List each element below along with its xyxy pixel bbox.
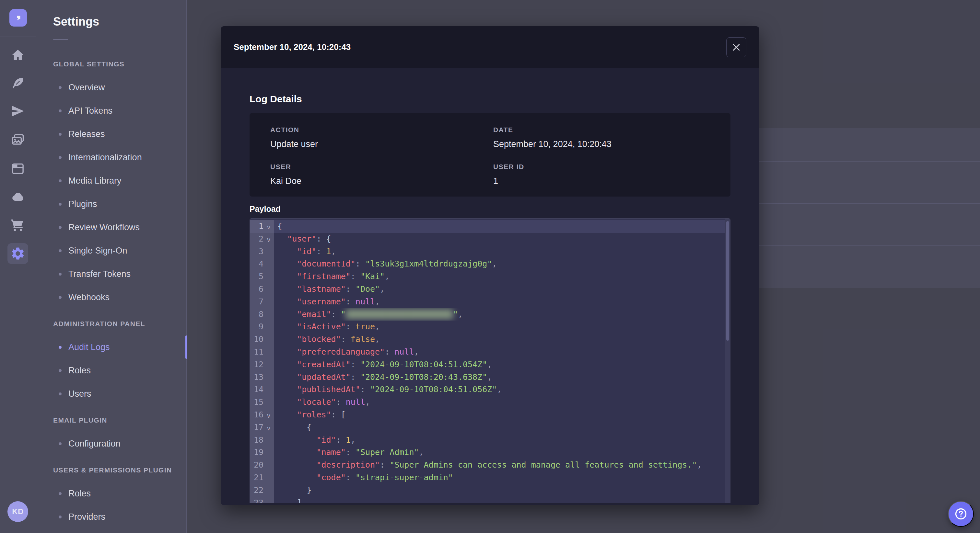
fold-spacer (264, 296, 274, 308)
fold-chevron-icon[interactable]: v (264, 409, 274, 421)
code-text: "code": "strapi-super-admin" (274, 471, 730, 484)
code-text: { (274, 421, 730, 434)
detail-cell-user-id: USER ID1 (493, 163, 710, 186)
modal-body: Log Details ACTIONUpdate userDATESeptemb… (221, 94, 759, 503)
close-button[interactable] (726, 37, 746, 57)
code-line: 16v "roles": [ (250, 409, 730, 421)
redacted-email-value: ██████████████████████ (346, 309, 453, 319)
code-text: "name": "Super Admin", (274, 446, 730, 459)
code-line: 21 "code": "strapi-super-admin" (250, 471, 730, 484)
code-text: "blocked": false, (274, 333, 730, 346)
code-line: 15 "locale": null, (250, 396, 730, 409)
code-text: "isActive": true, (274, 320, 730, 333)
line-number: 22 (250, 484, 264, 497)
code-text: "publishedAt": "2024-09-10T08:04:51.056Z… (274, 383, 730, 396)
code-line: 20 "description": "Super Admins can acce… (250, 459, 730, 471)
payload-code-viewer[interactable]: 1v{2v "user": {3 "id": 1,4 "documentId":… (250, 218, 730, 503)
code-line: 23 ] (250, 497, 730, 503)
code-line: 1v{ (250, 220, 730, 233)
line-number: 4 (250, 258, 264, 270)
code-line: 13 "updatedAt": "2024-09-10T08:20:43.638… (250, 371, 730, 384)
code-line: 18 "id": 1, (250, 434, 730, 447)
gutter-cell: 4 (250, 258, 274, 270)
code-line: 22 } (250, 484, 730, 497)
gutter-cell: 12 (250, 359, 274, 371)
fold-spacer (264, 396, 274, 409)
code-text: "documentId": "ls3uk3g1xm4ltdrdugzajg0g"… (274, 258, 730, 270)
code-text: "lastname": "Doe", (274, 283, 730, 296)
line-number: 12 (250, 359, 264, 371)
code-line: 12 "createdAt": "2024-09-10T08:04:51.054… (250, 359, 730, 371)
gutter-cell: 15 (250, 396, 274, 409)
line-number: 5 (250, 270, 264, 283)
code-scrollbar-thumb[interactable] (726, 221, 729, 341)
line-number: 1 (250, 220, 264, 233)
line-number: 9 (250, 320, 264, 333)
detail-label: ACTION (270, 126, 487, 134)
gutter-cell: 22 (250, 484, 274, 497)
line-number: 20 (250, 459, 264, 471)
code-text: "username": null, (274, 296, 730, 308)
gutter-cell: 8 (250, 308, 274, 321)
fold-spacer (264, 459, 274, 471)
code-line: 4 "documentId": "ls3uk3g1xm4ltdrdugzajg0… (250, 258, 730, 270)
code-text: ] (274, 497, 730, 503)
line-number: 14 (250, 383, 264, 396)
code-line: 11 "preferedLanguage": null, (250, 346, 730, 359)
gutter-cell: 13 (250, 371, 274, 384)
code-text: "firstname": "Kai", (274, 270, 730, 283)
line-number: 19 (250, 446, 264, 459)
question-mark-icon (954, 507, 968, 521)
log-details-title: Log Details (250, 94, 730, 105)
code-text: "user": { (274, 233, 730, 246)
gutter-cell: 5 (250, 270, 274, 283)
gutter-cell: 11 (250, 346, 274, 359)
fold-chevron-icon[interactable]: v (264, 233, 274, 246)
fold-spacer (264, 446, 274, 459)
fold-spacer (264, 497, 274, 503)
modal-header: September 10, 2024, 10:20:43 (221, 26, 759, 68)
fold-spacer (264, 246, 274, 258)
detail-label: USER ID (493, 163, 710, 171)
detail-value: 1 (493, 176, 710, 186)
code-line: 2v "user": { (250, 233, 730, 246)
line-number: 8 (250, 308, 264, 321)
detail-label: DATE (493, 126, 710, 134)
gutter-cell: 16v (250, 409, 274, 421)
line-number: 10 (250, 333, 264, 346)
code-text: "id": 1, (274, 246, 730, 258)
detail-value: Update user (270, 139, 487, 149)
gutter-cell: 2v (250, 233, 274, 246)
line-number: 21 (250, 471, 264, 484)
code-line: 10 "blocked": false, (250, 333, 730, 346)
code-text: "id": 1, (274, 434, 730, 447)
code-text: "locale": null, (274, 396, 730, 409)
code-scrollbar[interactable] (725, 219, 730, 503)
code-text: "email": "██████████████████████", (274, 308, 730, 321)
fold-chevron-icon[interactable]: v (264, 220, 274, 233)
fold-spacer (264, 333, 274, 346)
line-number: 6 (250, 283, 264, 296)
line-number: 17 (250, 421, 264, 434)
line-number: 11 (250, 346, 264, 359)
help-button[interactable] (948, 501, 974, 527)
code-text: "createdAt": "2024-09-10T08:04:51.054Z", (274, 359, 730, 371)
code-text: { (274, 220, 730, 233)
fold-chevron-icon[interactable]: v (264, 421, 274, 434)
code-line: 3 "id": 1, (250, 246, 730, 258)
gutter-cell: 21 (250, 471, 274, 484)
line-number: 18 (250, 434, 264, 447)
payload-label: Payload (250, 204, 730, 214)
gutter-cell: 17v (250, 421, 274, 434)
fold-spacer (264, 484, 274, 497)
code-line: 5 "firstname": "Kai", (250, 270, 730, 283)
code-line: 19 "name": "Super Admin", (250, 446, 730, 459)
code-line: 17v { (250, 421, 730, 434)
line-number: 13 (250, 371, 264, 384)
line-number: 15 (250, 396, 264, 409)
code-text: } (274, 484, 730, 497)
close-icon (732, 43, 740, 51)
code-line: 14 "publishedAt": "2024-09-10T08:04:51.0… (250, 383, 730, 396)
gutter-cell: 10 (250, 333, 274, 346)
gutter-cell: 20 (250, 459, 274, 471)
